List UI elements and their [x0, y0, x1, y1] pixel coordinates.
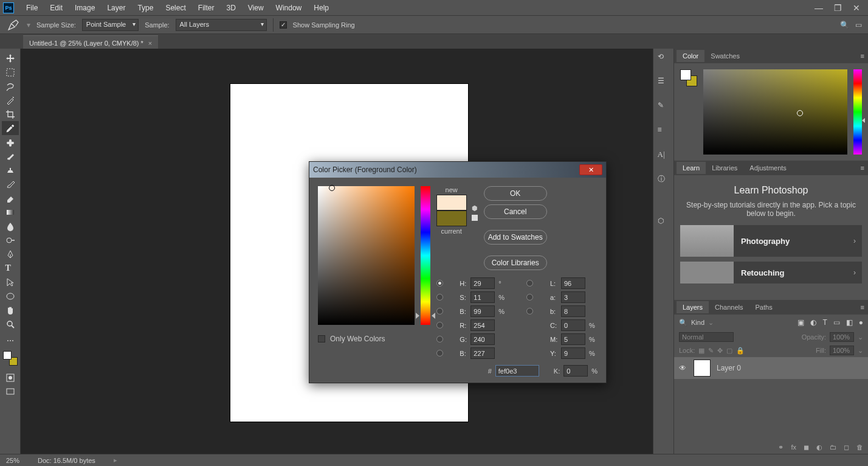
l-input[interactable]	[561, 277, 585, 289]
blend-mode-select[interactable]: Normal	[679, 332, 734, 342]
menu-type[interactable]: Type	[131, 1, 159, 15]
learn-item-photography[interactable]: Photography ›	[680, 225, 862, 257]
saturation-radio[interactable]	[436, 294, 443, 301]
hand-tool[interactable]	[2, 303, 19, 317]
hue-slider[interactable]	[421, 186, 430, 325]
a-radio[interactable]	[526, 294, 533, 301]
type-tool[interactable]: T	[2, 261, 19, 275]
magenta-input[interactable]	[561, 333, 585, 345]
shape-tool[interactable]	[2, 289, 19, 303]
brightness-radio[interactable]	[436, 308, 443, 315]
b-radio[interactable]	[526, 308, 533, 315]
tab-color[interactable]: Color	[677, 50, 704, 62]
search-icon[interactable]: 🔍	[679, 319, 687, 327]
color-panel-field[interactable]	[703, 69, 847, 155]
l-radio[interactable]	[526, 280, 533, 287]
group-icon[interactable]: 🗀	[830, 443, 836, 451]
brush-tool[interactable]	[2, 149, 19, 163]
window-minimize-button[interactable]: —	[815, 3, 823, 13]
crop-tool[interactable]	[2, 107, 19, 121]
panel-menu-icon[interactable]: ≡	[857, 304, 868, 311]
lock-artboard-icon[interactable]: ▢	[726, 347, 732, 355]
filter-type-icon[interactable]: T	[822, 318, 827, 327]
tab-libraries[interactable]: Libraries	[706, 162, 743, 174]
blue-input[interactable]	[470, 347, 495, 359]
tab-layers[interactable]: Layers	[677, 301, 709, 313]
tab-adjustments[interactable]: Adjustments	[743, 162, 793, 174]
quick-mask-button[interactable]	[2, 370, 19, 384]
move-tool[interactable]	[2, 51, 19, 65]
character-panel-icon[interactable]: A|	[658, 150, 670, 162]
sample-select[interactable]: All Layers	[176, 19, 267, 31]
brushes-panel-icon[interactable]: ✎	[658, 101, 670, 113]
dialog-close-button[interactable]: ✕	[579, 164, 602, 175]
eraser-tool[interactable]	[2, 191, 19, 205]
menu-3d[interactable]: 3D	[220, 1, 241, 15]
menu-filter[interactable]: Filter	[192, 1, 221, 15]
visibility-toggle-icon[interactable]: 👁	[679, 364, 687, 372]
eyedropper-tool[interactable]	[2, 121, 19, 135]
history-panel-icon[interactable]: ⟲	[658, 52, 670, 64]
new-color-swatch[interactable]	[436, 195, 467, 210]
marquee-tool[interactable]	[2, 65, 19, 79]
blur-tool[interactable]	[2, 219, 19, 233]
panel-menu-icon[interactable]: ≡	[857, 52, 868, 60]
blue-radio[interactable]	[436, 350, 443, 356]
panel-foreground-background-swatch[interactable]	[680, 69, 697, 86]
red-input[interactable]	[470, 319, 495, 331]
hue-input[interactable]	[470, 277, 495, 289]
new-layer-icon[interactable]: ◻	[844, 443, 849, 451]
link-layers-icon[interactable]: ⚭	[778, 443, 784, 451]
window-close-button[interactable]: ✕	[853, 3, 860, 13]
only-web-colors-checkbox[interactable]	[318, 335, 325, 343]
layer-name[interactable]: Layer 0	[717, 364, 741, 372]
tab-channels[interactable]: Channels	[709, 301, 749, 313]
doc-info[interactable]: Doc: 16.5M/0 bytes	[38, 457, 95, 464]
red-radio[interactable]	[436, 322, 443, 329]
zoom-tool[interactable]	[2, 317, 19, 331]
clone-stamp-tool[interactable]	[2, 163, 19, 177]
filter-adjustment-icon[interactable]: ◐	[810, 318, 816, 327]
color-panel-hue-slider[interactable]	[853, 69, 862, 155]
current-color-swatch[interactable]	[436, 210, 467, 226]
lasso-tool[interactable]	[2, 79, 19, 93]
ok-button[interactable]: OK	[484, 186, 547, 201]
menu-layer[interactable]: Layer	[101, 1, 131, 15]
show-sampling-ring-checkbox[interactable]: ✓	[280, 21, 287, 29]
a-input[interactable]	[561, 291, 585, 303]
document-tab[interactable]: Untitled-1 @ 25% (Layer 0, CMYK/8) * ×	[23, 35, 158, 49]
web-safe-icon[interactable]	[472, 215, 478, 221]
cancel-button[interactable]: Cancel	[484, 204, 547, 219]
lock-position-icon[interactable]: ✥	[717, 347, 723, 355]
menu-help[interactable]: Help	[308, 1, 335, 15]
workspace-icon[interactable]: ▭	[855, 21, 862, 29]
layer-mask-icon[interactable]: ◼	[804, 443, 809, 451]
green-input[interactable]	[470, 333, 495, 345]
cyan-input[interactable]	[561, 319, 585, 331]
learn-item-retouching[interactable]: Retouching ›	[680, 262, 862, 283]
brightness-input[interactable]	[470, 305, 495, 317]
saturation-input[interactable]	[470, 291, 495, 303]
hex-input[interactable]	[495, 365, 539, 377]
dialog-titlebar[interactable]: Color Picker (Foreground Color) ✕	[309, 162, 606, 178]
dodge-tool[interactable]	[2, 233, 19, 247]
active-tool-icon[interactable]	[6, 18, 21, 32]
menu-select[interactable]: Select	[159, 1, 191, 15]
saturation-value-field[interactable]	[318, 186, 415, 325]
filter-shape-icon[interactable]: ▭	[833, 318, 840, 327]
tab-learn[interactable]: Learn	[677, 162, 706, 174]
paragraph-panel-icon[interactable]: ≡	[658, 125, 670, 137]
history-brush-tool[interactable]	[2, 177, 19, 191]
healing-brush-tool[interactable]	[2, 135, 19, 149]
screen-mode-button[interactable]	[2, 384, 19, 398]
fill-input[interactable]: 100%	[830, 346, 854, 355]
menu-file[interactable]: File	[20, 1, 44, 15]
foreground-background-swatch[interactable]	[3, 351, 18, 366]
filter-pixel-icon[interactable]: ▣	[797, 318, 804, 327]
menu-edit[interactable]: Edit	[44, 1, 69, 15]
filter-smart-icon[interactable]: ◧	[846, 318, 853, 327]
lock-transparency-icon[interactable]: ▦	[698, 347, 704, 355]
tab-swatches[interactable]: Swatches	[704, 50, 746, 62]
gradient-tool[interactable]	[2, 205, 19, 219]
search-icon[interactable]: 🔍	[840, 21, 849, 29]
